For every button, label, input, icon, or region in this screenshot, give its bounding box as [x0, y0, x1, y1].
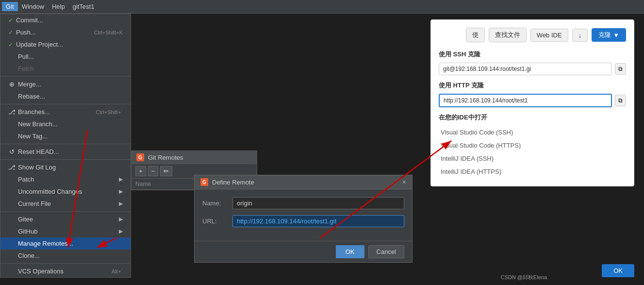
- ssh-url-input[interactable]: [439, 63, 612, 75]
- separator-1: [0, 76, 131, 77]
- menu-item-commit[interactable]: ✓Commit...: [0, 14, 131, 26]
- shortcut-push: Ctrl+Shift+K: [94, 30, 123, 35]
- add-remote-button[interactable]: +: [135, 166, 146, 176]
- clone-button-label: 克隆: [598, 31, 611, 39]
- arrow-github: ▶: [119, 228, 123, 235]
- bottom-ok-button[interactable]: OK: [602, 264, 634, 277]
- git-remotes-title: Git Remotes: [148, 154, 183, 161]
- dialog-icon: G: [200, 178, 208, 186]
- copy-http-button[interactable]: ⧉: [615, 95, 626, 106]
- merge-icon: ⊕: [8, 81, 15, 88]
- menu-item-merge[interactable]: ⊕Merge...: [0, 78, 131, 90]
- menu-item-fetch[interactable]: Fetch: [0, 63, 131, 75]
- menu-item-uncommitted[interactable]: Uncommitted Changes ▶: [0, 185, 131, 198]
- menu-item-branches[interactable]: ⎇Branches... Ctrl+Shift+`: [0, 106, 131, 118]
- dialog-footer: OK Cancel: [195, 241, 412, 262]
- menu-item-rebase[interactable]: Rebase...: [0, 90, 131, 102]
- reset-icon: ↺: [8, 148, 15, 155]
- history-button[interactable]: 使: [466, 28, 485, 42]
- separator-4: [0, 159, 131, 160]
- log-icon: ⎇: [8, 164, 15, 171]
- menu-item-gitee[interactable]: Gitee ▶: [0, 213, 131, 225]
- arrow-patch: ▶: [119, 176, 123, 183]
- menu-item-patch[interactable]: Patch ▶: [0, 173, 131, 185]
- panel-top-buttons: 使 查找文件 Web IDE ↓ 克隆 ▼: [439, 28, 626, 42]
- remove-remote-button[interactable]: −: [148, 166, 159, 176]
- name-label: Name:: [202, 200, 227, 207]
- copy-ssh-button[interactable]: ⧉: [615, 63, 626, 75]
- menu-item-manage-remotes[interactable]: Manage Remotes...: [0, 237, 131, 250]
- project-title: gitTest1: [69, 2, 99, 11]
- menu-item-new-branch[interactable]: New Branch...: [0, 118, 131, 130]
- dialog-header: G Define Remote ×: [195, 175, 412, 189]
- dialog-body: Name: URL:: [195, 189, 412, 241]
- watermark: CSDN @邱秋Elena: [500, 274, 547, 281]
- name-input[interactable]: [232, 197, 404, 209]
- menu-item-clone[interactable]: Clone...: [0, 250, 131, 262]
- git-remotes-icon: G: [136, 153, 144, 161]
- ide-item-intellij-ssh[interactable]: IntelliJ IDEA (SSH): [439, 152, 626, 165]
- ide-item-vscode-https[interactable]: Visual Studio Code (HTTPS): [439, 139, 626, 152]
- ide-item-vscode-ssh[interactable]: Visual Studio Code (SSH): [439, 126, 626, 139]
- dialog-close-button[interactable]: ×: [402, 178, 406, 186]
- arrow-uncommitted: ▶: [119, 188, 123, 195]
- url-field: URL:: [202, 215, 404, 227]
- separator-6: [0, 263, 131, 264]
- download-button[interactable]: ↓: [572, 29, 588, 42]
- arrow-current-file: ▶: [119, 201, 123, 207]
- ssh-clone-row: ⧉: [439, 63, 626, 75]
- check-icon-push: ✓: [8, 29, 13, 36]
- url-label: URL:: [202, 218, 227, 225]
- url-input[interactable]: [232, 215, 404, 227]
- check-icon-update: ✓: [8, 41, 13, 48]
- dialog-cancel-button[interactable]: Cancel: [368, 245, 404, 258]
- menu-item-push[interactable]: ✓Push... Ctrl+Shift+K: [0, 26, 131, 38]
- ide-section-title: 在您的IDE中打开: [439, 113, 626, 122]
- branch-icon: ⎇: [8, 108, 15, 116]
- menu-item-new-tag[interactable]: New Tag...: [0, 130, 131, 142]
- git-dropdown-menu: ✓Commit... ✓Push... Ctrl+Shift+K ✓Update…: [0, 14, 131, 278]
- menu-item-github[interactable]: GitHub ▶: [0, 225, 131, 237]
- ssh-section-title: 使用 SSH 克隆: [439, 50, 626, 59]
- check-icon: ✓: [8, 17, 13, 24]
- find-file-button[interactable]: 查找文件: [489, 28, 527, 42]
- dialog-title: Define Remote: [212, 179, 254, 186]
- menu-item-reset-head[interactable]: ↺Reset HEAD...: [0, 146, 131, 158]
- arrow-gitee: ▶: [119, 216, 123, 222]
- separator-2: [0, 104, 131, 104]
- shortcut-branches: Ctrl+Shift+`: [96, 109, 123, 115]
- dialog-ok-button[interactable]: OK: [336, 245, 364, 258]
- col-name: Name: [132, 179, 195, 190]
- http-clone-row: ⧉: [439, 94, 626, 107]
- menu-help[interactable]: Help: [48, 2, 69, 11]
- ide-items-list: Visual Studio Code (SSH) Visual Studio C…: [439, 126, 626, 178]
- dialog-title-container: G Define Remote: [200, 178, 254, 186]
- http-url-input[interactable]: [439, 94, 612, 107]
- menu-item-current-file[interactable]: Current File ▶: [0, 198, 131, 210]
- git-remotes-header: G Git Remotes: [132, 151, 257, 164]
- menu-item-update[interactable]: ✓Update Project...: [0, 38, 131, 50]
- define-remote-dialog: G Define Remote × Name: URL: OK Cancel: [194, 175, 413, 263]
- shortcut-vcs: Alt+`: [112, 268, 123, 274]
- ide-item-intellij-https[interactable]: IntelliJ IDEA (HTTPS): [439, 165, 626, 178]
- http-section-title: 使用 HTTP 克隆: [439, 81, 626, 90]
- clone-button[interactable]: 克隆 ▼: [592, 28, 626, 42]
- name-field: Name:: [202, 197, 404, 209]
- clone-dropdown-icon: ▼: [613, 32, 619, 39]
- separator-5: [0, 211, 131, 212]
- web-ide-button[interactable]: Web IDE: [530, 29, 568, 42]
- edit-remote-button[interactable]: ✏: [160, 166, 172, 176]
- separator-3: [0, 144, 131, 144]
- gitlab-clone-panel: 使 查找文件 Web IDE ↓ 克隆 ▼ 使用 SSH 克隆 ⧉ 使用 HTT…: [430, 19, 634, 186]
- menu-item-vcs-ops[interactable]: VCS Operations Alt+`: [0, 265, 131, 277]
- menu-window[interactable]: Window: [18, 2, 48, 11]
- menu-item-pull[interactable]: Pull...: [0, 50, 131, 63]
- menu-item-show-git-log[interactable]: ⎇Show Git Log: [0, 161, 131, 173]
- menu-git[interactable]: Git: [2, 2, 18, 11]
- menu-bar: Git Window Help gitTest1: [0, 0, 644, 14]
